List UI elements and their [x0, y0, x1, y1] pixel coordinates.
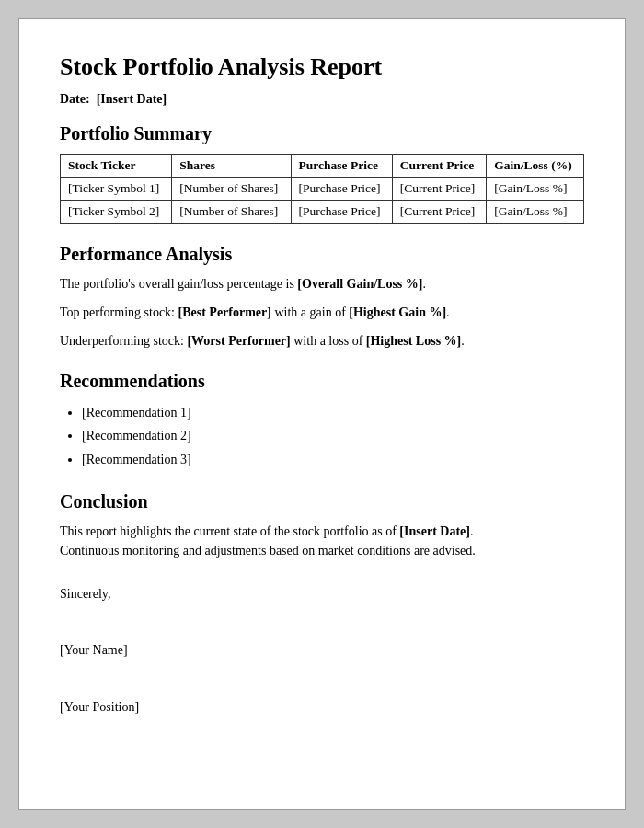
report-title: Stock Portfolio Analysis Report — [60, 52, 584, 81]
portfolio-summary-heading: Portfolio Summary — [60, 123, 584, 144]
perf-line2-bold1: [Best Performer] — [178, 305, 271, 319]
table-header-row: Stock Ticker Shares Purchase Price Curre… — [61, 155, 584, 178]
performance-line2: Top performing stock: [Best Performer] w… — [60, 303, 584, 322]
cell-r1-c4: [Gain/Loss %] — [487, 201, 584, 224]
author-position: [Your Position] — [60, 694, 584, 722]
perf-line2-prefix: Top performing stock: — [60, 305, 178, 319]
date-label: Date: — [60, 92, 90, 106]
col-header-purchase: Purchase Price — [291, 155, 392, 178]
cell-r1-c1: [Number of Shares] — [172, 201, 291, 224]
table-row: [Ticker Symbol 2][Number of Shares][Purc… — [61, 201, 584, 224]
report-page: Stock Portfolio Analysis Report Date: [I… — [18, 18, 626, 810]
perf-line1-prefix: The portfolio's overall gain/loss percen… — [60, 277, 297, 291]
perf-line3-bold1: [Worst Performer] — [187, 334, 290, 348]
col-header-gainloss: Gain/Loss (%) — [487, 155, 584, 178]
cell-r1-c2: [Purchase Price] — [291, 201, 392, 224]
performance-heading: Performance Analysis — [60, 244, 584, 265]
recommendation-item-1: [Recommendation 1] — [82, 401, 584, 424]
perf-line3-middle: with a loss of — [291, 334, 366, 348]
perf-line2-suffix: . — [446, 305, 450, 319]
performance-section: The portfolio's overall gain/loss percen… — [60, 274, 584, 351]
table-row: [Ticker Symbol 1][Number of Shares][Purc… — [61, 178, 584, 201]
cell-r1-c0: [Ticker Symbol 2] — [61, 201, 172, 224]
recommendations-heading: Recommendations — [60, 371, 584, 392]
perf-line2-bold2: [Highest Gain %] — [349, 305, 446, 319]
perf-line3-prefix: Underperforming stock: — [60, 334, 187, 348]
sincerely: Sincerely, — [60, 581, 584, 609]
conclusion-section: This report highlights the current state… — [60, 522, 584, 560]
perf-line1-suffix: . — [422, 277, 426, 291]
col-header-current: Current Price — [392, 155, 486, 178]
cell-r0-c3: [Current Price] — [392, 178, 486, 201]
conclusion-prefix: This report highlights the current state… — [60, 524, 399, 538]
cell-r0-c1: [Number of Shares] — [172, 178, 291, 201]
performance-line1: The portfolio's overall gain/loss percen… — [60, 274, 584, 293]
cell-r0-c2: [Purchase Price] — [291, 178, 392, 201]
author-name: [Your Name] — [60, 637, 584, 665]
date-line: Date: [Insert Date] — [60, 92, 584, 107]
conclusion-bold: [Insert Date] — [399, 524, 470, 538]
recommendations-section: [Recommendation 1][Recommendation 2][Rec… — [60, 401, 584, 471]
portfolio-table: Stock Ticker Shares Purchase Price Curre… — [60, 154, 584, 224]
sign-off: Sincerely, [Your Name] [Your Position] — [60, 581, 584, 722]
recommendation-item-2: [Recommendation 2] — [82, 424, 584, 447]
perf-line3-bold2: [Highest Loss %] — [366, 334, 461, 348]
col-header-ticker: Stock Ticker — [61, 155, 172, 178]
perf-line2-middle: with a gain of — [271, 305, 349, 319]
recommendations-list: [Recommendation 1][Recommendation 2][Rec… — [82, 401, 584, 471]
conclusion-heading: Conclusion — [60, 491, 584, 512]
conclusion-text: This report highlights the current state… — [60, 522, 584, 560]
perf-line1-bold: [Overall Gain/Loss %] — [297, 277, 422, 291]
date-value: [Insert Date] — [97, 92, 167, 106]
cell-r0-c4: [Gain/Loss %] — [487, 178, 584, 201]
cell-r0-c0: [Ticker Symbol 1] — [61, 178, 172, 201]
perf-line3-suffix: . — [461, 334, 465, 348]
performance-line3: Underperforming stock: [Worst Performer]… — [60, 331, 584, 351]
recommendation-item-3: [Recommendation 3] — [82, 448, 584, 471]
cell-r1-c3: [Current Price] — [392, 201, 486, 224]
col-header-shares: Shares — [172, 155, 291, 178]
